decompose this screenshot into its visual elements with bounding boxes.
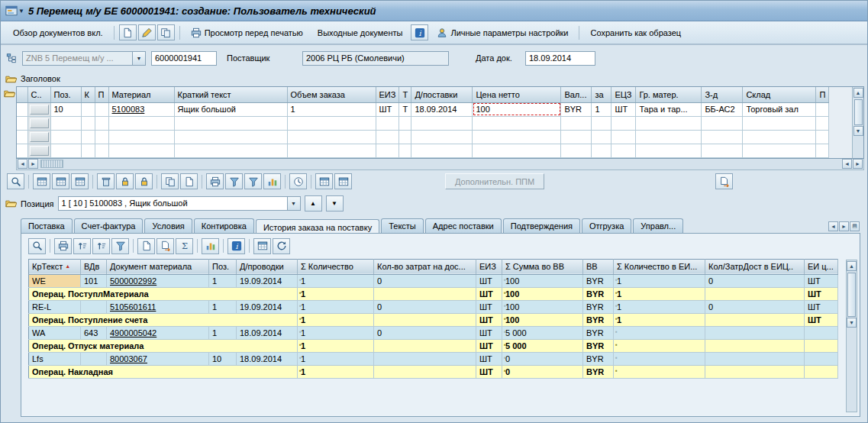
document-overview-button[interactable]: Обзор документов вкл. xyxy=(7,24,109,41)
print-preview-button[interactable]: Просмотр перед печатью xyxy=(185,24,309,41)
next-item-button[interactable]: ▼ xyxy=(326,195,344,212)
material-document-link[interactable]: 5000002992 xyxy=(107,274,209,287)
filter-delete-button[interactable] xyxy=(244,173,262,189)
sort-desc-button[interactable] xyxy=(92,238,110,254)
collapse-items-icon[interactable] xyxy=(4,89,15,170)
items-column-header[interactable] xyxy=(17,87,27,102)
position-select[interactable]: 1 [ 10 ] 5100083 , Ящик большой ▼ xyxy=(58,196,301,211)
history-column-header[interactable]: Документ материала xyxy=(107,259,209,274)
history-column-header[interactable]: КрТекст xyxy=(29,259,81,274)
chart-stats-button[interactable] xyxy=(263,173,281,189)
collapse-position-icon[interactable] xyxy=(5,199,17,208)
history-column-header[interactable]: Кол-во затрат на дос... xyxy=(374,259,476,274)
info-button[interactable]: i xyxy=(227,238,245,254)
scroll-right-icon[interactable]: ► xyxy=(853,159,863,169)
page-insert-button[interactable] xyxy=(180,173,198,189)
row-select-button[interactable] xyxy=(30,132,49,142)
print-items-button[interactable] xyxy=(206,173,224,189)
items-column-header[interactable]: Поз. xyxy=(50,87,81,102)
items-column-header[interactable]: П xyxy=(816,87,829,102)
search-button[interactable] xyxy=(7,173,24,189)
scroll-down-icon[interactable]: ▼ xyxy=(847,318,857,328)
history-column-header[interactable]: Σ Сумма во ВВ xyxy=(502,259,583,274)
personal-settings-button[interactable]: Личные параметры настройки xyxy=(431,24,574,41)
transaction-menu-button[interactable]: ▼ xyxy=(5,5,24,16)
tab-7[interactable]: Адрес поставки xyxy=(425,218,502,233)
scroll-left-icon[interactable]: ◄ xyxy=(18,159,27,169)
grid-detail-button[interactable] xyxy=(315,173,333,189)
doc-date-input[interactable] xyxy=(525,51,595,66)
items-column-header[interactable]: Т xyxy=(399,87,411,102)
tab-1[interactable]: Поставка xyxy=(21,218,73,233)
grid-config-button[interactable] xyxy=(334,173,352,189)
doc-number-input[interactable] xyxy=(151,51,217,66)
order-type-select[interactable]: ZNB 5 Перемещ м/у ... ▼ xyxy=(22,51,146,66)
row-select-button[interactable] xyxy=(30,105,49,115)
items-column-header[interactable]: Объем заказа xyxy=(287,87,376,102)
tab-10[interactable]: Управл... xyxy=(633,218,683,233)
tab-overview-button[interactable]: ▤ xyxy=(850,221,860,231)
material-document-link[interactable]: 4900005042 xyxy=(107,326,209,339)
tab-6[interactable]: Тексты xyxy=(381,218,424,233)
print-list-button[interactable] xyxy=(54,238,72,254)
overview-tree-icon[interactable] xyxy=(6,53,17,63)
items-column-header[interactable]: Вал... xyxy=(561,87,592,102)
items-column-header[interactable]: ЕИЗ xyxy=(376,87,399,102)
history-column-header[interactable]: Σ Количество в ЕИ... xyxy=(614,259,705,274)
tab-4[interactable]: Контировка xyxy=(194,218,254,233)
material-document-link[interactable]: 80003067 xyxy=(107,352,209,365)
history-column-header[interactable]: ВВ xyxy=(583,259,614,274)
items-column-header[interactable]: Склад xyxy=(743,87,816,102)
scroll-up-icon[interactable]: ▲ xyxy=(853,88,863,98)
history-column-header[interactable]: ЕИ ц... xyxy=(805,259,838,274)
tab-scroll-left-button[interactable]: ◄ xyxy=(828,221,838,231)
history-column-header[interactable]: ЕИЗ xyxy=(476,259,502,274)
output-documents-button[interactable]: Выходные документы xyxy=(311,24,409,41)
copy-items-button[interactable] xyxy=(161,173,179,189)
row-select-button[interactable] xyxy=(30,146,49,156)
sort-asc-button[interactable] xyxy=(73,238,91,254)
items-horizontal-scrollbar[interactable]: ◄ ► ◄ ► xyxy=(16,159,864,170)
items-column-header[interactable]: ЕЦЗ xyxy=(611,87,636,102)
items-column-header[interactable]: Материал xyxy=(108,87,174,102)
history-column-header[interactable]: Кол/ЗатрДост в ЕИЦ.. xyxy=(705,259,805,274)
additional-ppm-button[interactable]: Дополнительн. ППМ xyxy=(445,173,544,189)
refresh-button[interactable] xyxy=(273,238,290,254)
clock-schedule-button[interactable] xyxy=(289,173,307,189)
chart-view-button[interactable] xyxy=(202,238,219,254)
tab-scroll-right-button[interactable]: ► xyxy=(839,221,849,231)
scroll-down-icon[interactable]: ▼ xyxy=(853,126,863,136)
lock-closed-button[interactable] xyxy=(116,173,134,189)
row-select-button[interactable] xyxy=(30,118,49,128)
items-column-header[interactable]: Гр. матер. xyxy=(636,87,702,102)
scroll-thumb[interactable] xyxy=(854,99,863,125)
info-button[interactable]: i xyxy=(411,24,428,40)
items-column-header[interactable]: З-д xyxy=(702,87,743,102)
scrollbar-grip[interactable] xyxy=(40,160,63,168)
material-document-link[interactable]: 5105601611 xyxy=(107,300,209,313)
page-new-button[interactable] xyxy=(119,24,137,40)
history-column-header[interactable]: ВДв xyxy=(81,259,107,274)
panel-vertical-scrollbar[interactable]: ▲ ▼ xyxy=(846,260,857,413)
items-column-header[interactable]: за xyxy=(592,87,611,102)
items-column-header[interactable]: П xyxy=(95,87,108,102)
tab-3[interactable]: Условия xyxy=(144,218,192,233)
items-column-header[interactable]: С.. xyxy=(27,87,50,102)
grid-view2-button[interactable] xyxy=(52,173,69,189)
save-as-template-button[interactable]: Сохранить как образец xyxy=(584,24,687,41)
previous-item-button[interactable]: ▲ xyxy=(305,195,322,212)
history-column-header[interactable]: Поз. xyxy=(209,259,237,274)
filter-list-button[interactable] xyxy=(111,238,129,254)
pencil-edit-button[interactable] xyxy=(138,24,156,40)
grid-layout-button[interactable] xyxy=(253,238,271,254)
scroll-right-icon[interactable]: ► xyxy=(28,159,38,169)
copy-doc-button[interactable] xyxy=(157,24,175,40)
export-settings-button[interactable] xyxy=(715,173,733,189)
history-column-header[interactable]: Σ Количество xyxy=(298,259,374,274)
tab-8[interactable]: Подтверждения xyxy=(503,218,580,233)
items-vertical-scrollbar[interactable]: ▲ ▼ xyxy=(852,87,863,158)
export-list-button[interactable] xyxy=(156,238,174,254)
grid-view3-button[interactable] xyxy=(71,173,89,189)
collapse-header-icon[interactable] xyxy=(5,74,17,84)
filter-items-button[interactable] xyxy=(225,173,243,189)
